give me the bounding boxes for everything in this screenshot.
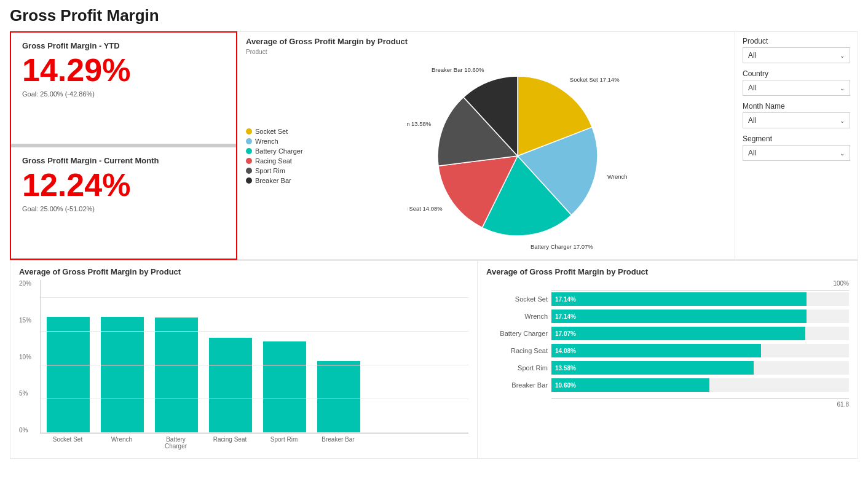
bar-chart-title: Average of Gross Profit Margin by Produc…: [19, 267, 468, 276]
hbar-chart-title: Average of Gross Profit Margin by Produc…: [486, 267, 849, 276]
legend-label: Battery Charger: [255, 147, 303, 155]
main-grid: Gross Profit Margin - YTD 14.29% Goal: 2…: [10, 31, 858, 260]
filter-country-value: All: [748, 84, 756, 92]
hbar-area: 100%Socket Set17.14%Wrench17.14%Battery …: [486, 280, 849, 408]
hbar-bar-value: 17.07%: [551, 330, 576, 337]
chevron-down-icon: ⌄: [840, 150, 845, 157]
bar-y-label: 20%: [19, 280, 37, 287]
bar-y-label: 10%: [19, 354, 37, 360]
filter-month-value: All: [748, 116, 756, 125]
hbar-bar-value: 17.14%: [551, 313, 576, 320]
hbar-bar-wrap: 17.14%: [551, 292, 849, 306]
bar-y-label: 0%: [19, 427, 37, 434]
kpi-month-goal: Goal: 25.00% (-51.02%): [22, 205, 225, 212]
hbar-top-label: 100%: [551, 280, 849, 287]
hbar-row: Battery Charger17.07%: [486, 327, 849, 340]
filter-segment-value: All: [748, 149, 756, 157]
svg-text:Racing Seat 14.08%: Racing Seat 14.08%: [407, 205, 443, 212]
hbar-row: Socket Set17.14%: [486, 292, 849, 306]
legend-item: Breaker Bar: [246, 177, 303, 184]
hbar-row: Wrench17.14%: [486, 310, 849, 323]
chevron-down-icon: ⌄: [840, 85, 845, 92]
bar-rect: [263, 341, 306, 433]
hbar-bar: 13.58%: [551, 361, 754, 375]
filter-product-group: Product All ⌄: [743, 37, 850, 63]
pie-area: Socket Set 17.14%Wrench 17.14%Battery Ch…: [309, 58, 726, 254]
bar-x-label: Wrench: [100, 436, 143, 450]
legend-label: Breaker Bar: [255, 177, 291, 184]
bar-chart-canvas: [40, 280, 468, 434]
bar-grid-line: [41, 297, 468, 298]
kpi-month-block: Gross Profit Margin - Current Month 12.2…: [11, 144, 236, 259]
pie-chart-panel: Average of Gross Profit Margin by Produc…: [237, 31, 735, 260]
legend-item: Sport Rim: [246, 167, 303, 174]
hbar-axis-bottom-row: [486, 395, 849, 399]
legend-dot: [246, 148, 252, 154]
bar-grid-line: [41, 365, 468, 365]
legend-dot: [246, 168, 252, 174]
chevron-down-icon: ⌄: [840, 117, 845, 124]
legend-dot: [246, 138, 252, 144]
hbar-axis-row: [486, 288, 849, 291]
hbar-bar: 17.14%: [551, 310, 807, 323]
hbar-bar-label: Breaker Bar: [486, 381, 548, 389]
hbar-chart-panel: Average of Gross Profit Margin by Produc…: [477, 260, 858, 459]
filter-month-group: Month Name All ⌄: [743, 102, 850, 128]
pie-chart-title: Average of Gross Profit Margin by Produc…: [246, 37, 726, 46]
legend-label: Sport Rim: [255, 167, 285, 174]
hbar-bar-wrap: 17.07%: [551, 327, 849, 340]
bar-y-label: 15%: [19, 317, 37, 324]
bar-x-label: Battery Charger: [154, 436, 197, 450]
pie-content: Socket SetWrenchBattery ChargerRacing Se…: [246, 58, 726, 254]
hbar-bar-value: 14.08%: [551, 348, 576, 354]
bar-column: [317, 361, 360, 433]
filter-product-select[interactable]: All ⌄: [743, 47, 850, 63]
hbar-bar-label: Sport Rim: [486, 364, 548, 372]
filter-country-select[interactable]: All ⌄: [743, 80, 850, 96]
pie-chart-subtitle: Product: [246, 49, 726, 55]
filter-month-label: Month Name: [743, 102, 850, 111]
bar-x-labels: Socket SetWrenchBattery ChargerRacing Se…: [40, 434, 468, 450]
hbar-bar-value: 13.58%: [551, 365, 576, 372]
svg-text:Breaker Bar 10.60%: Breaker Bar 10.60%: [432, 66, 484, 73]
hbar-bar-wrap: 13.58%: [551, 361, 849, 375]
hbar-bar: 17.07%: [551, 327, 805, 340]
filter-segment-select[interactable]: All ⌄: [743, 145, 850, 161]
bar-column: [263, 341, 306, 433]
pie-svg: Socket Set 17.14%Wrench 17.14%Battery Ch…: [407, 58, 628, 254]
bar-rect: [317, 361, 360, 433]
kpi-ytd-label: Gross Profit Margin - YTD: [22, 41, 225, 50]
bar-rect: [209, 338, 252, 433]
hbar-bar-label: Battery Charger: [486, 330, 548, 337]
bar-column: [155, 318, 198, 433]
legend-dot: [246, 158, 252, 164]
bar-grid-line: [41, 432, 468, 433]
filter-month-select[interactable]: All ⌄: [743, 112, 850, 128]
filter-product-label: Product: [743, 37, 850, 45]
kpi-ytd-value: 14.29%: [22, 53, 225, 88]
page-title: Gross Profit Margin: [10, 6, 858, 25]
legend-item: Socket Set: [246, 128, 303, 135]
bar-grid-line: [41, 331, 468, 332]
legend-item: Racing Seat: [246, 157, 303, 165]
hbar-row: Sport Rim13.58%: [486, 361, 849, 375]
legend-item: Battery Charger: [246, 147, 303, 155]
kpi-month-value: 12.24%: [22, 168, 225, 203]
legend-label: Wrench: [255, 138, 278, 145]
hbar-bar-wrap: 17.14%: [551, 310, 849, 323]
hbar-bar-label: Racing Seat: [486, 347, 548, 354]
bar-x-label: Breaker Bar: [317, 436, 360, 450]
hbar-bottom-label: 61.8: [551, 401, 849, 408]
hbar-bar-label: Wrench: [486, 313, 548, 320]
bar-x-label: Racing Seat: [208, 436, 251, 450]
kpi-ytd-block: Gross Profit Margin - YTD 14.29% Goal: 2…: [11, 33, 236, 144]
legend-dot: [246, 177, 252, 184]
legend-label: Racing Seat: [255, 157, 292, 165]
bar-rect: [47, 317, 90, 433]
bar-x-label: Socket Set: [46, 436, 89, 450]
hbar-bar-value: 10.60%: [551, 382, 576, 389]
filters-panel: Product All ⌄ Country All ⌄ Month Name A…: [735, 31, 858, 260]
kpi-month-label: Gross Profit Margin - Current Month: [22, 156, 225, 165]
hbar-bar-label: Socket Set: [486, 295, 548, 303]
filter-segment-group: Segment All ⌄: [743, 134, 850, 161]
